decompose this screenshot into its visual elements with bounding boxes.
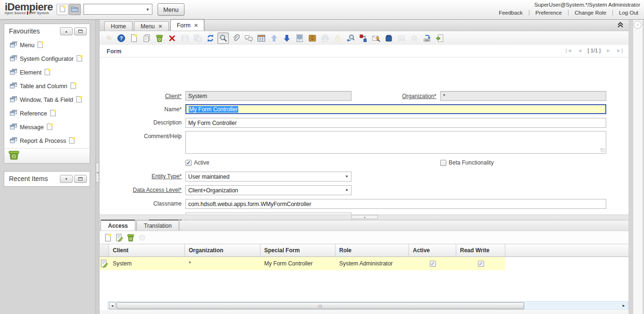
app-logo: iDempiere Open Source ERP System xyxy=(5,2,53,15)
vertical-splitter-handle[interactable]: ◄ xyxy=(96,163,99,182)
new-record-icon[interactable] xyxy=(37,41,43,50)
delete-record-icon[interactable] xyxy=(126,233,135,242)
product-info-icon[interactable] xyxy=(383,33,394,44)
close-icon[interactable]: × xyxy=(159,24,162,29)
column-header-active[interactable]: Active xyxy=(409,244,456,256)
new-record-icon[interactable] xyxy=(76,96,82,104)
archive-icon[interactable] xyxy=(307,33,318,44)
description-field[interactable]: My Form Controller xyxy=(185,118,606,128)
client-label[interactable]: Client* xyxy=(106,93,182,99)
edit-record-icon[interactable] xyxy=(115,233,124,242)
scroll-left-button[interactable]: ◄ xyxy=(109,302,116,309)
favourites-header: Favourites ▲ xyxy=(4,24,90,38)
link-preference[interactable]: Preference xyxy=(529,10,568,16)
attachment-icon[interactable] xyxy=(230,33,242,44)
organization-label[interactable]: Organization* xyxy=(361,93,436,99)
tab-translation[interactable]: Translation xyxy=(136,220,179,231)
report-icon[interactable] xyxy=(294,33,305,44)
sidebar-item-reference[interactable]: Reference xyxy=(4,107,90,120)
tab-home[interactable]: Home xyxy=(104,21,133,31)
sidebar-item-table-and-column[interactable]: Table and Column xyxy=(4,79,90,93)
expand-button[interactable]: ▼ xyxy=(60,175,73,183)
new-record-icon[interactable] xyxy=(47,123,53,132)
client-field: System xyxy=(185,91,351,101)
new-record-icon[interactable] xyxy=(69,137,75,145)
find-icon[interactable] xyxy=(217,33,229,44)
read-write-checkbox[interactable]: ✓ xyxy=(478,261,484,267)
copy-record-icon[interactable] xyxy=(141,33,152,44)
name-field[interactable]: My Form Controller xyxy=(185,104,606,114)
new-record-icon[interactable] xyxy=(50,109,56,118)
chevron-down-icon[interactable]: ▼ xyxy=(146,8,150,12)
horizontal-scrollbar[interactable]: ◄ ||| ► xyxy=(108,301,628,310)
classname-label: Classname xyxy=(106,200,182,207)
detail-record-icon[interactable] xyxy=(281,33,293,44)
sidebar-item-report-process[interactable]: Report & Process xyxy=(4,134,90,148)
comment-label: Comment/Help xyxy=(106,133,182,140)
close-icon[interactable]: × xyxy=(194,23,198,28)
scroll-right-button[interactable]: ► xyxy=(622,304,627,308)
active-checkbox[interactable]: ✓ xyxy=(185,160,192,166)
data-access-level-select[interactable]: Client+Organization ▼ xyxy=(185,185,351,195)
data-access-level-label[interactable]: Data Access Level* xyxy=(106,187,182,193)
tab-form[interactable]: Form× xyxy=(170,19,205,31)
link-feedback[interactable]: Feedback xyxy=(493,10,529,16)
zoom-across-icon[interactable] xyxy=(345,33,356,44)
new-window-button[interactable] xyxy=(57,4,68,15)
resize-grip-icon[interactable] xyxy=(601,148,605,152)
export-icon[interactable] xyxy=(421,33,433,44)
delete-record-icon[interactable] xyxy=(154,33,165,44)
toggle-grid-icon[interactable] xyxy=(256,33,267,44)
maximize-button[interactable] xyxy=(74,175,87,183)
entity-type-select[interactable]: User maintained ▼ xyxy=(185,172,351,182)
sidebar-item-system-configurator[interactable]: System Configurator xyxy=(4,52,90,66)
recycle-bin-icon[interactable] xyxy=(8,150,20,161)
file-import-icon[interactable] xyxy=(434,33,445,44)
link-change-role[interactable]: Change Role xyxy=(569,10,612,16)
refresh-icon[interactable] xyxy=(205,33,216,44)
comment-field[interactable] xyxy=(185,131,606,154)
chat-icon[interactable] xyxy=(243,33,254,44)
horizontal-splitter-handle[interactable]: ▼ xyxy=(351,215,378,219)
new-record-icon[interactable] xyxy=(70,82,76,91)
new-record-icon[interactable] xyxy=(128,33,140,44)
open-folder-button[interactable] xyxy=(69,4,81,15)
help-icon[interactable]: ? xyxy=(116,33,127,44)
tab-menu[interactable]: Menu× xyxy=(134,21,169,31)
new-record-icon[interactable] xyxy=(76,55,83,63)
new-record-icon[interactable] xyxy=(103,233,113,242)
column-header-role[interactable]: Role xyxy=(335,244,409,256)
menu-button[interactable]: Menu xyxy=(158,3,184,16)
workflow-icon[interactable] xyxy=(358,33,369,44)
delete-selection-icon[interactable] xyxy=(167,33,178,44)
entity-type-label[interactable]: Entity Type* xyxy=(106,173,182,180)
preference-icon xyxy=(409,33,420,44)
new-record-icon[interactable] xyxy=(44,68,50,77)
maximize-button[interactable] xyxy=(74,27,87,35)
sidebar-item-message[interactable]: Message xyxy=(4,120,90,134)
global-search-combo[interactable]: ▼ xyxy=(84,4,152,15)
cell-organization: * xyxy=(185,257,260,270)
collapse-button[interactable]: ▲ xyxy=(60,27,73,35)
table-row[interactable]: System*My Form ControllerSystem Administ… xyxy=(100,257,628,270)
request-icon[interactable] xyxy=(370,33,382,44)
organization-field: * xyxy=(440,91,606,101)
column-header-special-form[interactable]: Special Form xyxy=(260,244,335,256)
sidebar-item-element[interactable]: Element xyxy=(4,66,90,79)
cell-role: System Administrator xyxy=(335,257,409,270)
classname-field[interactable]: com.hdsoft.webui.apps.form.WMyFormContro… xyxy=(185,199,606,209)
beta-functionality-checkbox[interactable] xyxy=(440,160,446,166)
sidebar-item-window-tab-field[interactable]: Window, Tab & Field xyxy=(4,93,90,107)
scrollbar-thumb[interactable]: ||| xyxy=(117,302,524,309)
sidebar-item-menu[interactable]: Menu xyxy=(4,38,90,52)
last-record-icon: ►| xyxy=(616,48,623,53)
open-east-panel-button[interactable]: ‹ xyxy=(634,21,642,29)
column-header-client[interactable]: Client xyxy=(109,244,185,256)
link-log-out[interactable]: Log Out xyxy=(613,10,640,16)
active-checkbox[interactable]: ✓ xyxy=(430,261,436,267)
horizontal-splitter[interactable]: ▼ xyxy=(100,215,628,220)
tab-access[interactable]: Access xyxy=(100,220,135,231)
column-header-organization[interactable]: Organization xyxy=(185,244,260,256)
column-header-read-write[interactable]: Read Write xyxy=(456,244,505,256)
collapse-toolbar-icon[interactable] xyxy=(617,22,624,29)
